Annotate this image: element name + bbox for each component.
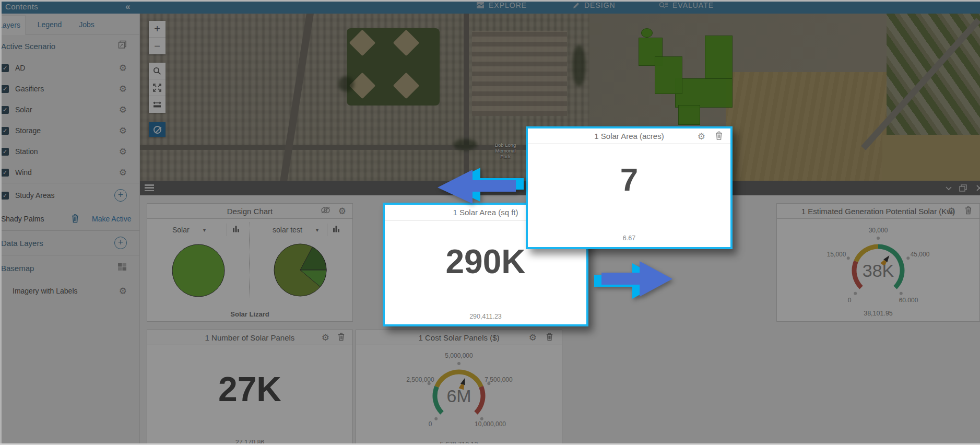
acres-card-header[interactable]: 1 Solar Area (acres) ⚙ [528, 128, 730, 144]
solar-area-acres-card[interactable]: 1 Solar Area (acres) ⚙ 7 6.67 [526, 126, 733, 249]
card-title: 1 Solar Area (acres) [594, 132, 664, 140]
card-title: 1 Solar Area (sq ft) [453, 208, 518, 217]
card-subvalue: 6.67 [528, 235, 730, 242]
window-border [0, 0, 980, 2]
card-delete-trash-icon[interactable] [715, 131, 723, 142]
window-border [0, 0, 2, 445]
card-subvalue: 290,411.23 [385, 313, 586, 320]
indicator-value: 7 [528, 161, 730, 198]
card-settings-gear-icon[interactable]: ⚙ [698, 132, 705, 140]
left-drag-arrow [428, 166, 527, 207]
right-drag-arrow [587, 257, 684, 301]
geoplanner-app-window: Bob Long Memorial Park + − [0, 0, 980, 445]
